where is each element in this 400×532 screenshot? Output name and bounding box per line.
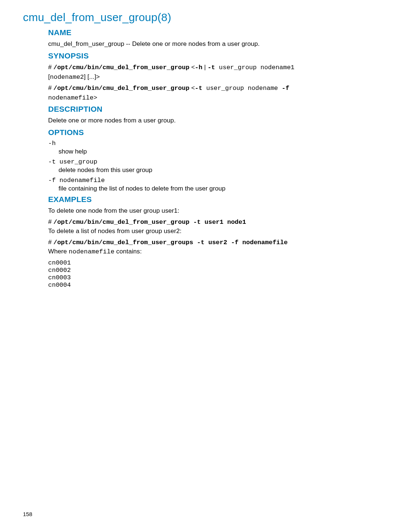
manpage-document: cmu_del_from_user_group(8) NAME cmu_del_… [0, 0, 400, 289]
example-cmd-2: # /opt/cmu/bin/cmu_del_from_user_groups … [48, 239, 377, 246]
syn1-opt-t: -t [207, 64, 215, 71]
where-suffix: contains: [114, 248, 142, 255]
syn2-cmd: /opt/cmu/bin/cmu_del_from_user_group [53, 85, 189, 92]
page-number: 158 [23, 511, 32, 517]
ex2-cmd: /opt/cmu/bin/cmu_del_from_user_groups -t… [53, 239, 288, 246]
option-term-f: -f nodenamefile [48, 177, 377, 184]
syn2-opt-f: -f [282, 85, 289, 92]
syn1b-close: ] [...]> [84, 73, 100, 80]
page-title: cmu_del_from_user_group(8) [23, 11, 377, 24]
synopsis-line-1b: [nodename2] [...]> [48, 73, 377, 82]
syn1-cmd: /opt/cmu/bin/cmu_del_from_user_group [53, 64, 189, 71]
ex2-prefix: # [48, 239, 53, 246]
syn2-tail2: nodenamefile> [48, 94, 97, 101]
syn1b-node: nodename2 [50, 74, 84, 81]
synopsis-line-2: # /opt/cmu/bin/cmu_del_from_user_group <… [48, 84, 377, 93]
section-heading-description: DESCRIPTION [48, 105, 377, 114]
syn2-tail1: user_group nodename [203, 85, 282, 92]
example-intro-1: To delete one node from the user group u… [48, 207, 377, 215]
section-heading-synopsis: SYNOPSIS [48, 51, 377, 60]
option-item: -h show help [48, 140, 377, 156]
syn2-prefix: # [48, 84, 53, 91]
option-item: -f nodenamefile file containing the list… [48, 177, 377, 193]
syn1-opt-h: -h [195, 64, 202, 71]
name-text: cmu_del_from_user_group -- Delete one or… [48, 40, 377, 48]
synopsis-line-1: # /opt/cmu/bin/cmu_del_from_user_group <… [48, 63, 377, 72]
syn1-prefix: # [48, 64, 53, 71]
option-desc-f: file containing the list of nodes to del… [59, 185, 377, 193]
option-term-t: -t user_group [48, 158, 377, 165]
syn1-pipe: | [203, 64, 208, 71]
syn2-mid: < [189, 84, 195, 91]
syn1-mid: < [189, 64, 195, 71]
where-file: nodenamefile [69, 248, 114, 255]
ex1-prefix: # [48, 218, 53, 225]
example-nodelist: cn0001 cn0002 cn0003 cn0004 [48, 259, 377, 289]
where-prefix: Where [48, 248, 69, 255]
section-heading-examples: EXAMPLES [48, 195, 377, 204]
content-body: NAME cmu_del_from_user_group -- Delete o… [48, 28, 377, 289]
ex1-cmd: /opt/cmu/bin/cmu_del_from_user_group -t … [53, 219, 246, 226]
option-desc-t: delete nodes from this user group [59, 166, 377, 175]
example-where: Where nodenamefile contains: [48, 248, 377, 256]
synopsis-line-2b: nodenamefile> [48, 94, 377, 102]
syn2-opt-t: -t [195, 85, 202, 92]
example-intro-2: To delete a list of nodes from user grou… [48, 227, 377, 236]
section-heading-options: OPTIONS [48, 128, 377, 137]
syn1-tail: user_group nodename1 [215, 64, 294, 71]
option-term-h: -h [48, 140, 377, 147]
option-desc-h: show help [59, 148, 377, 156]
section-heading-name: NAME [48, 28, 377, 37]
option-item: -t user_group delete nodes from this use… [48, 158, 377, 175]
description-text: Delete one or more nodes from a user gro… [48, 117, 377, 125]
example-cmd-1: # /opt/cmu/bin/cmu_del_from_user_group -… [48, 218, 377, 226]
